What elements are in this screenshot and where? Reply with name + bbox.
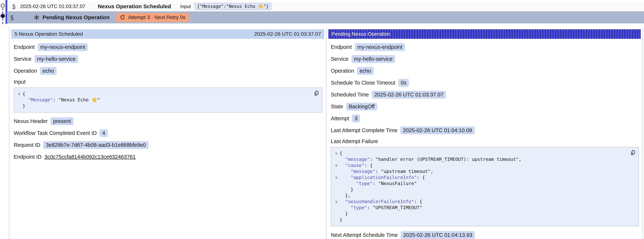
pending-operation-panel: Pending Nexus Operation Endpointmy-nexus… <box>326 28 642 239</box>
code-text: } <box>340 211 348 217</box>
event-id-link[interactable]: 5 <box>10 14 14 20</box>
event-title: Nexus Operation Scheduled <box>98 3 171 10</box>
field-label-last-attempt-failure: Last Attempt Failure <box>331 138 637 144</box>
timeline-connector <box>2 8 3 14</box>
field-attempt: Attempt3 <box>331 114 640 122</box>
pending-asterisk-icon <box>33 14 40 21</box>
retry-badge-label: Attempt 3 · Next Retry 0s <box>128 14 186 20</box>
field-value-badge-state: BackingOff <box>346 103 377 110</box>
event-row-nexus-operation-scheduled[interactable]: 5 2025-02-26 UTC 01:03:37.07 Nexus Opera… <box>8 2 644 11</box>
code-line: ∨{ <box>333 150 626 156</box>
field-label-last-attempt-complete-time: Last Attempt Complete Time <box>331 127 398 134</box>
field-value-badge-endpoint: my-nexus-endpoint <box>355 43 405 51</box>
code-line: "type": "NexusFailure" <box>333 180 626 186</box>
code-text: "message": "upstream timeout", <box>340 168 433 174</box>
copy-icon <box>314 90 320 96</box>
collapse-chevron-icon[interactable]: ∨ <box>333 174 340 180</box>
timeline-event-node-icon[interactable] <box>1 4 5 8</box>
retry-badge: Attempt 3 · Next Retry 0s <box>116 13 189 22</box>
field-value-link-endpoint-id[interactable]: 3c0c75ccfa8144b092c13ce632463761 <box>44 154 136 160</box>
field-value-badge-operation: echo <box>40 67 56 75</box>
pending-operation-header: Pending Nexus Operation <box>328 29 641 39</box>
panel-title: 5 Nexus Operation Scheduled <box>14 31 83 37</box>
field-value-badge-service: my-hello-service <box>352 55 395 63</box>
code-line: "message": "upstream timeout", <box>333 168 626 174</box>
field-label-service: Service <box>14 56 32 62</box>
field-value-badge-operation: echo <box>357 67 374 75</box>
field-scheduled-time: Scheduled Time2025-02-26 UTC 01:03:37.07 <box>331 91 640 99</box>
collapse-chevron-icon[interactable]: ∨ <box>16 91 22 97</box>
code-text: } <box>22 103 25 109</box>
code-text: "type": "NexusFailure" <box>340 180 417 186</box>
copy-button[interactable] <box>630 150 636 156</box>
field-value-badge-next-attempt-schedule-time: 2025-02-26 UTC 01:04:13.93 <box>401 231 475 239</box>
code-line: } <box>16 103 309 109</box>
field-label-endpoint: Endpoint <box>331 44 352 50</box>
code-text: "type": "UPSTREAM_TIMEOUT" <box>340 204 422 211</box>
field-schedule-to-close-timeout: Schedule To Close Timeout0s <box>331 79 640 87</box>
field-last-attempt-complete-time: Last Attempt Complete Time2025-02-26 UTC… <box>331 126 640 134</box>
collapse-chevron-icon[interactable]: ∨ <box>333 162 340 168</box>
field-label-scheduled-time: Scheduled Time <box>331 92 369 98</box>
event-id-link[interactable]: 5 <box>12 4 16 10</box>
field-endpoint-id: Endpoint ID3c0c75ccfa8144b092c13ce632463… <box>14 153 323 161</box>
code-gutter-spacer <box>333 156 340 162</box>
code-text: } <box>340 217 342 223</box>
field-label-request-id: Request ID <box>14 142 40 148</box>
code-text: { <box>340 150 342 156</box>
field-value-badge-service: my-hello-service <box>34 55 78 63</box>
field-value-badge-schedule-to-close-timeout: 0s <box>398 79 409 87</box>
code-text: { <box>22 91 25 97</box>
copy-icon <box>630 150 636 156</box>
event-details-panel: 5 Nexus Operation Scheduled 2025-02-26 U… <box>9 28 326 239</box>
timeline-active-bar <box>6 0 7 24</box>
collapse-chevron-icon[interactable]: ∨ <box>333 150 340 156</box>
timeline-pending-node-icon[interactable] <box>1 14 4 18</box>
code-text: "applicationFailureInfo": { <box>340 174 425 180</box>
field-state: StateBackingOff <box>331 103 640 110</box>
collapse-chevron-icon[interactable]: ∨ <box>333 198 340 204</box>
field-operation: Operationecho <box>331 67 640 75</box>
panel-timestamp: 2025-02-26 UTC 01:03:37.07 <box>254 31 321 37</box>
code-gutter-spacer <box>16 97 22 103</box>
field-label-endpoint: Endpoint <box>14 44 35 50</box>
copy-button[interactable] <box>314 90 320 97</box>
panel-title: Pending Nexus Operation <box>332 31 390 37</box>
code-block-last-attempt-failure: ∨{ "message": "handler error (UPSTREAM_T… <box>331 147 639 226</box>
code-line: ∨ "applicationFailureInfo": { <box>333 174 626 180</box>
code-text: "cause": { <box>340 162 373 168</box>
field-label-operation: Operation <box>331 68 354 74</box>
field-value-badge-nexus-header: present <box>50 117 74 125</box>
field-value-badge-workflow-task-completed-event-id: 4 <box>100 129 108 137</box>
code-line: } <box>333 217 626 223</box>
field-label-state: State <box>331 104 343 110</box>
field-operation: Operationecho <box>14 67 323 75</box>
code-line: "Message": "Nexus Echo 👋" <box>16 97 309 103</box>
code-gutter-spacer <box>333 168 340 174</box>
pending-nexus-operation-row[interactable]: 5 Pending Nexus Operation Attempt 3 · Ne… <box>8 11 644 24</box>
field-service: Servicemy-hello-service <box>14 55 323 63</box>
code-line: }, <box>333 192 626 198</box>
retry-icon <box>120 14 126 20</box>
field-endpoint: Endpointmy-nexus-endpoint <box>14 43 323 51</box>
input-preview-chip: {"Message":"Nexus Echo 👋"} <box>194 3 271 10</box>
timeline-connector <box>2 19 3 24</box>
code-text: } <box>340 186 353 192</box>
code-gutter-spacer <box>333 204 340 211</box>
code-line: "type": "UPSTREAM_TIMEOUT" <box>333 204 626 211</box>
code-line: ∨ "nexusHandlerFailureInfo": { <box>333 198 626 204</box>
field-value-badge-attempt: 3 <box>352 114 360 122</box>
field-label-attempt: Attempt <box>331 116 349 122</box>
code-gutter-spacer <box>333 192 340 198</box>
input-label: Input <box>180 4 191 9</box>
code-gutter-spacer <box>333 180 340 186</box>
field-value-badge-scheduled-time: 2025-02-26 UTC 01:03:37.07 <box>372 91 446 99</box>
event-detail-panels: 5 Nexus Operation Scheduled 2025-02-26 U… <box>9 28 643 239</box>
code-gutter-spacer <box>333 211 340 217</box>
event-details-header: 5 Nexus Operation Scheduled 2025-02-26 U… <box>11 29 324 39</box>
code-text: "nexusHandlerFailureInfo": { <box>340 198 422 204</box>
field-endpoint: Endpointmy-nexus-endpoint <box>331 43 640 51</box>
field-label-schedule-to-close-timeout: Schedule To Close Timeout <box>331 80 396 86</box>
field-workflow-task-completed-event-id: Workflow Task Completed Event ID4 <box>14 129 323 137</box>
event-history-rows: 5 2025-02-26 UTC 01:03:37.07 Nexus Opera… <box>8 0 644 24</box>
